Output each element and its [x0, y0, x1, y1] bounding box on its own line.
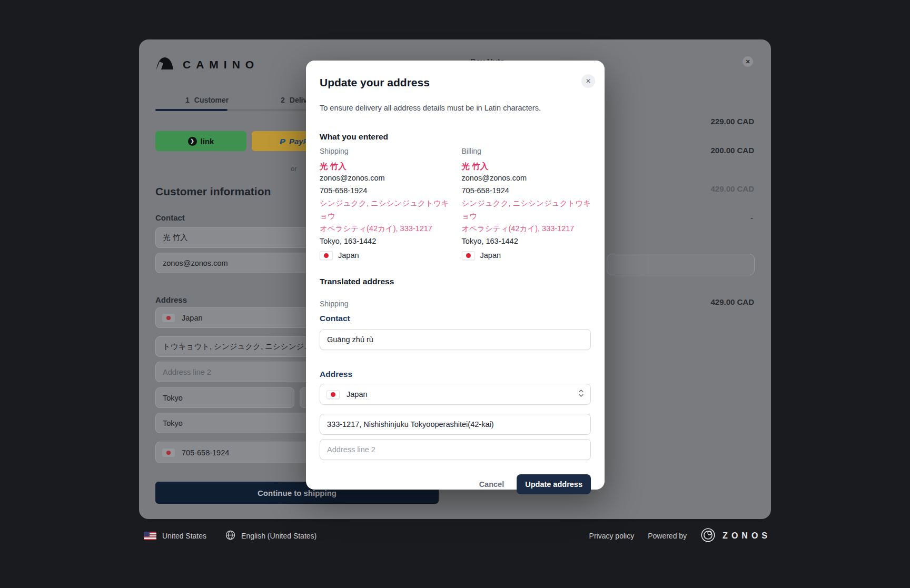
step-label: Deliv	[290, 96, 307, 104]
item-price: 229.00 CAD	[710, 117, 754, 126]
step-number: 1	[185, 96, 190, 104]
translated-address-line2-input[interactable]	[320, 439, 591, 460]
entered-address-line2: オペラシティ(42カイ), 333-1217	[320, 222, 449, 235]
footer-country[interactable]: United States	[162, 532, 206, 540]
entered-name: 光 竹入	[320, 161, 449, 172]
billing-column-label: Billing	[462, 147, 591, 155]
subtotal-value: 429.00 CAD	[710, 184, 754, 193]
entered-shipping-column: Shipping 光 竹入 zonos@zonos.com 705-658-19…	[320, 147, 449, 262]
translated-address-heading: Translated address	[320, 277, 591, 286]
entered-name: 光 竹入	[462, 161, 591, 172]
entered-address-line1: シンジュクク, ニシシンジュクトウキョウ	[462, 197, 591, 222]
close-icon[interactable]: ✕	[743, 56, 753, 67]
translated-contact-input[interactable]	[320, 329, 591, 350]
entered-address-line1: シンジュクク, ニシシンジュクトウキョウ	[320, 197, 449, 222]
what-you-entered-heading: What you entered	[320, 132, 591, 142]
entered-country: Japan	[338, 249, 359, 262]
us-flag-icon	[144, 532, 156, 540]
camino-logo-icon	[155, 55, 174, 74]
japan-flag-icon	[327, 390, 340, 399]
zonos-wordmark: ZONOS	[723, 531, 771, 541]
shipping-cost-value: -	[750, 214, 753, 222]
footer-language[interactable]: English (United States)	[241, 532, 316, 540]
entered-address-line2: オペラシティ(42カイ), 333-1217	[462, 222, 591, 235]
update-address-button[interactable]: Update address	[517, 474, 591, 494]
modal-subtitle: To ensure delivery all address details m…	[320, 103, 591, 113]
entered-city-postal: Tokyo, 163-1442	[320, 235, 449, 247]
brand: CAMINO	[155, 55, 259, 74]
or-divider: or	[291, 165, 297, 173]
customer-information-heading: Customer information	[155, 185, 271, 198]
update-address-modal: Update your address ✕ To ensure delivery…	[306, 61, 605, 490]
checkout-progress-fill	[155, 109, 228, 111]
translated-section-label: Shipping	[320, 300, 591, 308]
contact-label: Contact	[155, 213, 185, 222]
link-arrow-icon: ❯	[188, 137, 197, 146]
japan-flag-icon	[320, 251, 333, 260]
coupon-input[interactable]	[607, 254, 755, 275]
entered-billing-column: Billing 光 竹入 zonos@zonos.com 705-658-192…	[462, 147, 591, 262]
japan-flag-icon	[462, 251, 475, 260]
entered-email: zonos@zonos.com	[462, 172, 591, 184]
link-label: link	[201, 137, 214, 146]
paypal-icon: PP	[280, 137, 285, 146]
globe-icon	[225, 530, 235, 542]
entered-country: Japan	[480, 249, 501, 262]
phone-value: 705-658-1924	[182, 449, 229, 457]
step-number: 2	[281, 96, 285, 104]
country-value: Japan	[347, 390, 571, 398]
close-icon[interactable]: ✕	[581, 74, 595, 88]
entered-phone: 705-658-1924	[462, 184, 591, 197]
translated-address-line1-input[interactable]	[320, 414, 591, 435]
total-value: 429.00 CAD	[710, 297, 754, 306]
privacy-policy-link[interactable]: Privacy policy	[589, 532, 635, 540]
entered-email: zonos@zonos.com	[320, 172, 449, 184]
chevron-updown-icon	[578, 388, 584, 400]
cancel-button[interactable]: Cancel	[472, 475, 512, 493]
footer: United States English (United States) Pr…	[0, 526, 910, 545]
country-value: Japan	[182, 314, 203, 322]
translated-contact-label: Contact	[320, 314, 591, 323]
japan-flag-icon	[162, 449, 175, 457]
powered-by-label: Powered by	[648, 532, 687, 540]
city-input[interactable]	[155, 387, 294, 408]
entered-phone: 705-658-1924	[320, 184, 449, 197]
japan-flag-icon	[162, 314, 175, 322]
modal-title: Update your address	[320, 76, 591, 89]
translated-address-label: Address	[320, 370, 591, 379]
step-customer[interactable]: 1 Customer	[185, 96, 229, 104]
entered-city-postal: Tokyo, 163-1442	[462, 235, 591, 247]
step-label: Customer	[194, 96, 229, 104]
brand-name: CAMINO	[183, 58, 259, 71]
translated-country-select[interactable]: Japan	[320, 384, 591, 405]
link-pay-button[interactable]: ❯ link	[155, 131, 246, 151]
shipping-column-label: Shipping	[320, 147, 449, 155]
item-price: 200.00 CAD	[710, 146, 754, 155]
address-label: Address	[155, 295, 187, 304]
step-delivery[interactable]: 2 Deliv	[281, 96, 307, 104]
zonos-logo-icon	[700, 527, 716, 545]
zonos-brand[interactable]: ZONOS	[700, 527, 771, 545]
